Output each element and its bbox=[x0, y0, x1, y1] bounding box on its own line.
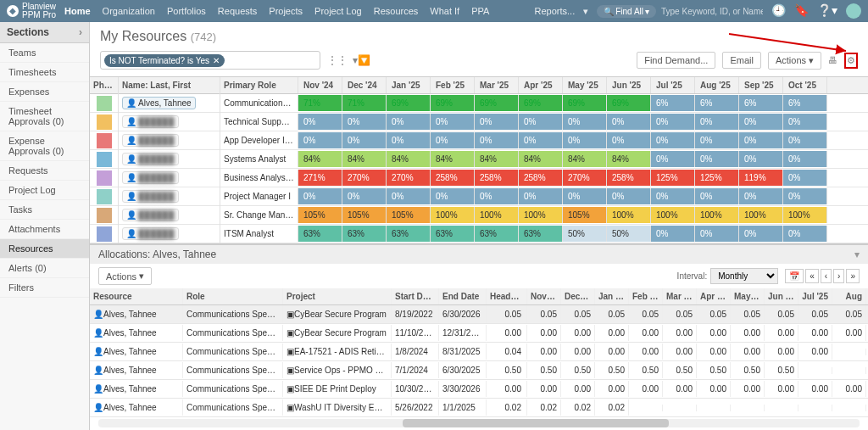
col-month[interactable]: Nov '24 bbox=[298, 77, 342, 93]
filter-icon[interactable]: ▾🔽 bbox=[353, 54, 370, 66]
sidebar-item-teams[interactable]: Teams bbox=[0, 43, 89, 63]
allocation-row[interactable]: 👤Alves, TahneeCommunications Specialist … bbox=[90, 343, 868, 361]
remove-chip-icon[interactable]: ✕ bbox=[213, 56, 220, 65]
col-month[interactable]: Jun '25 bbox=[607, 77, 651, 93]
drag-handle-icon[interactable]: ⋮⋮ bbox=[327, 54, 348, 66]
col-month[interactable]: Feb '25 bbox=[431, 77, 475, 93]
col-project[interactable]: Project bbox=[283, 288, 392, 304]
col-name[interactable]: Name: Last, First bbox=[119, 77, 220, 93]
alloc-col-month[interactable]: Feb '25 bbox=[629, 288, 663, 304]
nav-home[interactable]: Home bbox=[64, 6, 91, 16]
findall-scope[interactable]: 🔍 Find All ▾ bbox=[597, 5, 656, 18]
col-month[interactable]: Aug '25 bbox=[695, 77, 739, 93]
allocation-row[interactable]: 👤Alves, TahneeCommunications Specialist … bbox=[90, 399, 868, 417]
alloc-col-month[interactable]: May '25 bbox=[731, 288, 765, 304]
col-headcount[interactable]: Headcount bbox=[487, 288, 527, 304]
sidebar-item-filters[interactable]: Filters bbox=[0, 278, 89, 298]
col-month[interactable]: Apr '25 bbox=[519, 77, 563, 93]
allocation-row[interactable]: 👤Alves, TahneeCommunications Specialist … bbox=[90, 324, 868, 343]
horizontal-scrollbar[interactable] bbox=[98, 419, 860, 427]
sidebar-item-project[interactable]: Project Log bbox=[0, 181, 89, 200]
filter-input[interactable]: Is NOT Terminated? is Yes✕ bbox=[100, 51, 320, 70]
collapse-sidebar-icon[interactable]: › bbox=[79, 26, 82, 38]
col-photo[interactable]: Photo bbox=[90, 77, 119, 93]
nav-ppa[interactable]: PPA bbox=[471, 6, 489, 16]
col-resource[interactable]: Resource bbox=[90, 288, 183, 304]
col-month[interactable]: Oct '25 bbox=[783, 77, 827, 93]
nav-resources[interactable]: Resources bbox=[374, 6, 419, 16]
settings-gear-icon[interactable]: ⚙ bbox=[847, 55, 855, 65]
name-pill[interactable]: 👤██████ bbox=[122, 115, 179, 128]
nav-what-if[interactable]: What If bbox=[430, 6, 459, 16]
nav-project-log[interactable]: Project Log bbox=[314, 6, 362, 16]
sidebar-item-timesheets[interactable]: Timesheets bbox=[0, 63, 89, 82]
col-role[interactable]: Primary Role bbox=[220, 77, 298, 93]
alloc-col-month[interactable]: Aug bbox=[832, 288, 866, 304]
find-demand-button[interactable]: Find Demand... bbox=[637, 52, 715, 69]
help-icon[interactable]: ❔▾ bbox=[817, 3, 837, 19]
name-pill[interactable]: 👤██████ bbox=[122, 227, 179, 240]
nav-projects[interactable]: Projects bbox=[269, 6, 303, 16]
col-month[interactable]: Sep '25 bbox=[739, 77, 783, 93]
resource-row[interactable]: 👤██████Sr. Change Manager105%105%105%100… bbox=[90, 206, 868, 225]
col-month[interactable]: Mar '25 bbox=[475, 77, 519, 93]
alloc-collapse-icon[interactable]: ▾ bbox=[854, 249, 860, 260]
name-pill[interactable]: 👤██████ bbox=[122, 153, 179, 165]
resource-row[interactable]: 👤██████Technical Support Spec...0%0%0%0%… bbox=[90, 113, 868, 131]
resource-row[interactable]: 👤██████Business Analyst II271%270%270%25… bbox=[90, 169, 868, 187]
print-icon[interactable]: 🖶 bbox=[828, 55, 837, 65]
clock-icon[interactable]: 🕘 bbox=[771, 3, 786, 19]
col-month[interactable]: May '25 bbox=[563, 77, 607, 93]
reports-menu[interactable]: Reports... bbox=[535, 6, 576, 16]
sidebar-item-attachments[interactable]: Attachments bbox=[0, 220, 89, 239]
sidebar-item-resources[interactable]: Resources bbox=[0, 239, 89, 259]
alloc-col-month[interactable]: Jun '25 bbox=[765, 288, 798, 304]
nav-first-icon[interactable]: « bbox=[805, 269, 819, 283]
filter-chip[interactable]: Is NOT Terminated? is Yes✕ bbox=[104, 54, 225, 67]
interval-select[interactable]: Monthly bbox=[710, 268, 778, 284]
alloc-col-month[interactable]: Nov '24 bbox=[527, 288, 561, 304]
nav-requests[interactable]: Requests bbox=[218, 6, 257, 16]
name-pill[interactable]: 👤██████ bbox=[122, 171, 179, 184]
nav-organization[interactable]: Organization bbox=[103, 6, 155, 16]
alloc-col-month[interactable]: Dec '24 bbox=[561, 288, 595, 304]
sidebar-item-tasks[interactable]: Tasks bbox=[0, 200, 89, 220]
col-end[interactable]: End Date bbox=[439, 288, 487, 304]
alloc-col-month[interactable]: Jul '25 bbox=[798, 288, 832, 304]
name-pill[interactable]: 👤██████ bbox=[122, 190, 179, 203]
sidebar-item-expense[interactable]: Expense Approvals (0) bbox=[0, 131, 89, 161]
sidebar-item-timesheet[interactable]: Timesheet Approvals (0) bbox=[0, 102, 89, 131]
nav-prev-icon[interactable]: ‹ bbox=[821, 269, 832, 283]
allocation-row[interactable]: 👤Alves, TahneeCommunications Specialist … bbox=[90, 361, 868, 380]
sidebar-item-requests[interactable]: Requests bbox=[0, 161, 89, 181]
bookmark-icon[interactable]: 🔖 bbox=[794, 3, 809, 19]
nav-next-icon[interactable]: › bbox=[833, 269, 844, 283]
nav-portfolios[interactable]: Portfolios bbox=[167, 6, 206, 16]
sidebar-item-alerts[interactable]: Alerts (0) bbox=[0, 259, 89, 278]
resource-row[interactable]: 👤██████Systems Analyst84%84%84%84%84%84%… bbox=[90, 150, 868, 169]
alloc-col-month[interactable]: Apr '25 bbox=[697, 288, 731, 304]
resource-row[interactable]: 👤██████App Developer III&Lead0%0%0%0%0%0… bbox=[90, 131, 868, 150]
alloc-col-month[interactable]: Jan '25 bbox=[595, 288, 629, 304]
alloc-col-month[interactable]: Mar '25 bbox=[663, 288, 697, 304]
allocation-row[interactable]: 👤Alves, TahneeCommunications Specialist … bbox=[90, 305, 868, 324]
search-input[interactable] bbox=[661, 7, 763, 16]
nav-last-icon[interactable]: » bbox=[846, 269, 860, 283]
col-month[interactable]: Jul '25 bbox=[651, 77, 695, 93]
calendar-icon[interactable]: 📅 bbox=[785, 269, 804, 283]
col-start[interactable]: Start Date bbox=[392, 288, 439, 304]
name-pill[interactable]: 👤██████ bbox=[122, 209, 179, 221]
name-pill[interactable]: 👤Alves, Tahnee bbox=[122, 97, 196, 109]
resource-row[interactable]: 👤██████Project Manager I0%0%0%0%0%0%0%0%… bbox=[90, 187, 868, 206]
col-month[interactable]: Jan '25 bbox=[387, 77, 431, 93]
name-pill[interactable]: 👤██████ bbox=[122, 134, 179, 147]
alloc-actions-button[interactable]: Actions ▾ bbox=[98, 267, 152, 285]
col-alloc-role[interactable]: Role bbox=[183, 288, 283, 304]
allocation-row[interactable]: 👤Alves, TahneeCommunications Specialist … bbox=[90, 380, 868, 399]
email-button[interactable]: Email bbox=[722, 52, 761, 69]
resource-row[interactable]: 👤Alves, TahneeCommunications Speci...71%… bbox=[90, 94, 868, 113]
col-month[interactable]: Dec '24 bbox=[342, 77, 387, 93]
user-avatar[interactable] bbox=[846, 3, 861, 19]
actions-button[interactable]: Actions ▾ bbox=[768, 52, 821, 70]
sidebar-item-expenses[interactable]: Expenses bbox=[0, 82, 89, 102]
